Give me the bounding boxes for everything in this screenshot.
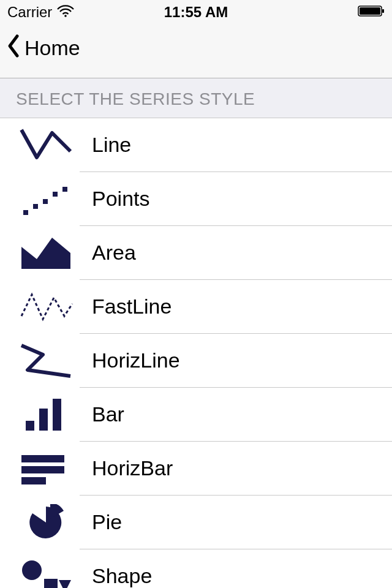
series-style-pie[interactable]: Pie xyxy=(0,496,392,549)
series-style-shape[interactable]: Shape xyxy=(0,549,392,588)
series-style-label: Pie xyxy=(80,496,392,549)
horizbar-icon xyxy=(12,449,80,488)
series-style-line[interactable]: Line xyxy=(0,118,392,172)
clock-label: 11:55 AM xyxy=(164,4,228,21)
status-bar: Carrier 11:55 AM xyxy=(0,0,392,24)
chevron-left-icon xyxy=(6,34,24,63)
series-style-label: Shape xyxy=(80,549,392,588)
series-style-area[interactable]: Area xyxy=(0,226,392,280)
svg-rect-2 xyxy=(360,7,380,15)
series-style-bar[interactable]: Bar xyxy=(0,388,392,442)
bar-icon xyxy=(12,395,80,434)
fastline-icon xyxy=(12,287,80,326)
svg-point-0 xyxy=(65,15,67,17)
back-label: Home xyxy=(24,36,80,60)
battery-icon xyxy=(358,4,385,21)
series-style-points[interactable]: Points xyxy=(0,172,392,226)
carrier-label: Carrier xyxy=(7,4,52,21)
series-style-label: HorizBar xyxy=(80,442,392,496)
area-icon xyxy=(12,233,80,273)
back-button[interactable]: Home xyxy=(6,34,80,63)
pie-icon xyxy=(12,503,80,542)
horizline-icon xyxy=(12,341,80,380)
series-style-fastline[interactable]: FastLine xyxy=(0,280,392,334)
svg-rect-3 xyxy=(382,9,384,13)
series-style-label: Area xyxy=(80,226,392,280)
line-icon xyxy=(12,126,80,165)
series-style-list: LinePointsAreaFastLineHorizLineBarHorizB… xyxy=(0,118,392,588)
series-style-label: Bar xyxy=(80,388,392,442)
series-style-label: Line xyxy=(80,118,392,172)
status-left: Carrier xyxy=(7,4,74,21)
points-icon xyxy=(12,179,80,219)
series-style-label: HorizLine xyxy=(80,334,392,388)
status-right xyxy=(358,4,385,21)
section-header: SELECT THE SERIES STYLE xyxy=(0,78,392,118)
series-style-label: Points xyxy=(80,172,392,226)
shape-icon xyxy=(12,557,80,588)
series-style-horizline[interactable]: HorizLine xyxy=(0,334,392,388)
wifi-icon xyxy=(57,4,74,21)
series-style-label: FastLine xyxy=(80,280,392,334)
series-style-horizbar[interactable]: HorizBar xyxy=(0,442,392,496)
nav-bar: Home xyxy=(0,24,392,78)
